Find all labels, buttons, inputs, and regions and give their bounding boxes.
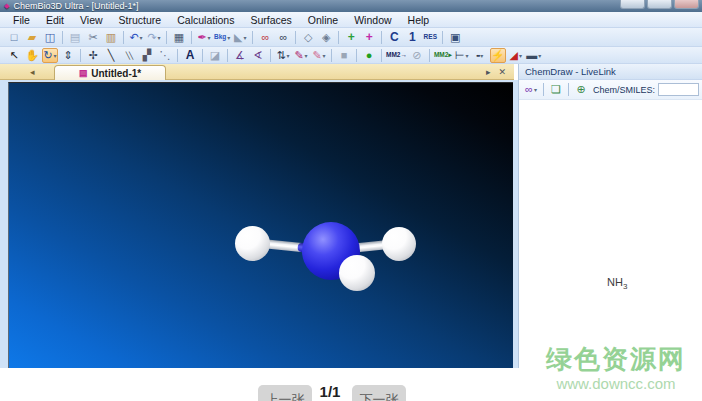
perspective-glasses-button[interactable]: ∞ [275, 30, 291, 45]
dock-settings-button[interactable]: ⊢▾ [454, 48, 470, 63]
dock-icon: ⊢ [455, 50, 465, 61]
minimize-button[interactable] [620, 0, 645, 9]
undo-arrow-icon: ↶ [129, 32, 138, 43]
hydrogen-atom-left[interactable] [235, 226, 270, 261]
display-mode-button[interactable]: ▣ [447, 30, 463, 45]
dark-glasses-icon: ∞ [279, 32, 287, 43]
new-document-button[interactable]: □ [6, 30, 22, 45]
menu-online[interactable]: Online [300, 13, 346, 27]
tab-scroll-left-button[interactable]: ◂ [30, 67, 35, 77]
atom-symbol-button[interactable]: C [386, 30, 402, 45]
model-display-button[interactable]: ◇ [300, 30, 316, 45]
mm2-run-button[interactable]: MM2▸ [434, 48, 452, 63]
measurement-pen-button[interactable]: ✎▾ [293, 48, 309, 63]
move-cross-icon: ✢ [88, 50, 97, 61]
open-file-button[interactable]: ▰ [24, 30, 40, 45]
minimize-energy-button[interactable]: ⚡ [490, 48, 506, 63]
multiple-bond-button[interactable]: ▞ [139, 48, 155, 63]
3d-viewport[interactable] [8, 82, 513, 368]
previous-image-button[interactable]: 上一张 [258, 385, 312, 401]
residues-button[interactable]: RES [422, 30, 438, 45]
menu-surfaces[interactable]: Surfaces [242, 13, 299, 27]
dropdown-arrow-icon[interactable]: ▾ [305, 52, 308, 59]
magenta-cross-v-icon: + [366, 31, 373, 43]
red-wedge-button[interactable]: ◢▾ [508, 48, 524, 63]
dropdown-arrow-icon[interactable]: ▾ [244, 34, 247, 41]
window-title: ChemBio3D Ultra - [Untitled-1*] [13, 1, 138, 11]
next-image-button[interactable]: 下一张 [352, 385, 406, 401]
record-button[interactable]: ● [361, 48, 377, 63]
dropdown-arrow-icon[interactable]: ▾ [538, 52, 541, 59]
annotation-pencil-button[interactable]: ✎▾ [311, 48, 327, 63]
dihedral-angle-button[interactable]: ∢ [250, 48, 266, 63]
livelink-view-button[interactable]: ∞▾ [523, 82, 539, 97]
atom-display-button[interactable]: ◈ [318, 30, 334, 45]
menu-window[interactable]: Window [346, 13, 399, 27]
copy-button[interactable]: ▤ [67, 30, 83, 45]
toolbar-separator [381, 49, 382, 62]
print-button[interactable]: ▦ [171, 30, 187, 45]
add-hydrogens-button[interactable]: + [343, 30, 359, 45]
serial-numbers-button[interactable]: 1 [404, 30, 420, 45]
dashed-bond-button[interactable]: ⋱ [157, 48, 173, 63]
undo-button[interactable]: ↶▾ [128, 30, 144, 45]
redo-button[interactable]: ↷▾ [146, 30, 162, 45]
menu-view[interactable]: View [72, 13, 111, 27]
hydrogen-atom-front[interactable] [339, 255, 375, 291]
cut-button[interactable]: ✂ [85, 30, 101, 45]
fragment-button[interactable]: ▪▪▾ [472, 48, 488, 63]
app-icon[interactable]: ◆ [4, 2, 9, 10]
menu-edit[interactable]: Edit [38, 13, 72, 27]
select-tool-button[interactable]: ↖ [6, 48, 22, 63]
tab-close-button[interactable]: ✕ [499, 67, 507, 77]
mm2-minimize-button[interactable]: MM2→ [386, 48, 407, 63]
menu-calculations[interactable]: Calculations [169, 13, 242, 27]
dropdown-arrow-icon[interactable]: ▾ [54, 52, 57, 59]
dropdown-arrow-icon[interactable]: ▾ [465, 52, 468, 59]
dropdown-arrow-icon[interactable]: ▾ [140, 34, 143, 41]
chem-smiles-input[interactable] [658, 83, 699, 96]
movie-axis-button[interactable]: ⇅▾ [275, 48, 291, 63]
single-bond-button[interactable]: ╲ [103, 48, 119, 63]
dropdown-arrow-icon[interactable]: ▾ [480, 52, 483, 59]
maximize-button[interactable] [647, 0, 672, 9]
toolbar-separator [381, 31, 382, 44]
redo-arrow-icon: ↷ [147, 32, 156, 43]
chemdraw-canvas[interactable]: NH3 [519, 100, 702, 368]
dropdown-arrow-icon[interactable]: ▾ [534, 86, 537, 93]
annotation-pen-button[interactable]: ✒▾ [196, 30, 212, 45]
close-button[interactable] [674, 0, 699, 9]
background-color-button[interactable]: Bkg▾ [214, 30, 230, 45]
dropdown-arrow-icon[interactable]: ▾ [227, 34, 230, 41]
copy-structure-button[interactable]: ❏ [548, 82, 564, 97]
pan-tool-button[interactable]: ✋ [24, 48, 40, 63]
menu-help[interactable]: Help [400, 13, 438, 27]
stop-button[interactable]: ■ [336, 48, 352, 63]
stop-calculation-button[interactable]: ⊘ [409, 48, 425, 63]
dropdown-arrow-icon[interactable]: ▾ [208, 34, 211, 41]
dark-bar-button[interactable]: ▬▾ [526, 48, 542, 63]
double-bond-button[interactable]: ╲╲ [121, 48, 137, 63]
title-bar: ◆ ChemBio3D Ultra - [Untitled-1*] [0, 0, 702, 12]
move-tool-button[interactable]: ✢ [85, 48, 101, 63]
text-tool-button[interactable]: A [182, 48, 198, 63]
show-lone-pairs-button[interactable]: + [361, 30, 377, 45]
zoom-tool-button[interactable]: ⇕ [60, 48, 76, 63]
hydrogen-atom-right[interactable] [382, 227, 416, 261]
depth-fading-button[interactable]: ◣▾ [232, 30, 248, 45]
orbit-tool-button[interactable]: ↻▾ [42, 48, 58, 63]
save-button[interactable]: ◫ [42, 30, 58, 45]
menu-file[interactable]: File [5, 13, 38, 27]
dropdown-arrow-icon[interactable]: ▾ [323, 52, 326, 59]
dropdown-arrow-icon[interactable]: ▾ [158, 34, 161, 41]
paste-structure-button[interactable]: ⊕ [573, 82, 589, 97]
bond-angle-button[interactable]: ∡ [232, 48, 248, 63]
eraser-tool-button[interactable]: ◪ [207, 48, 223, 63]
tab-scroll-right-button[interactable]: ▸ [486, 67, 491, 77]
menu-structure[interactable]: Structure [111, 13, 170, 27]
tab-untitled-1[interactable]: ▤ Untitled-1* [54, 65, 166, 80]
paste-button[interactable]: ▥ [103, 30, 119, 45]
dropdown-arrow-icon[interactable]: ▾ [287, 52, 290, 59]
dropdown-arrow-icon[interactable]: ▾ [519, 52, 522, 59]
stereo-glasses-button[interactable]: ∞ [257, 30, 273, 45]
